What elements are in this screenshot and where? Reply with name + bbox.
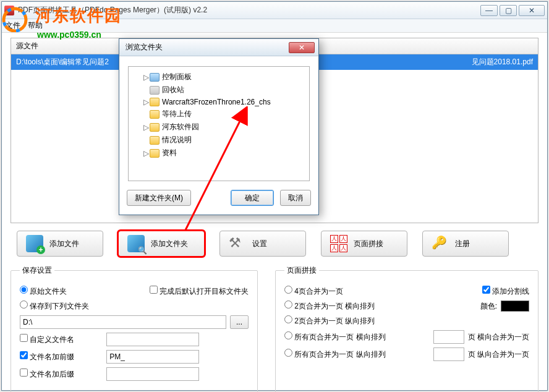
folder-icon: [150, 149, 160, 158]
folder-icon: [150, 123, 160, 132]
radio-allh[interactable]: 所有页合并为一页 横向排列: [284, 331, 386, 343]
merge-settings-group: 页面拼接 4页合并为一页 添加分割线 2页合并为一页 横向排列 颜色: 2页合并…: [275, 265, 538, 392]
app-icon: [4, 6, 14, 15]
expand-icon[interactable]: ▷: [142, 149, 150, 158]
window-title: PDF页面拼接工具（PDFdo Pages Merger）(试用版) v2.2: [18, 5, 479, 15]
pages-h-input[interactable]: [433, 330, 464, 344]
radio-original-folder[interactable]: 原始文件夹: [20, 286, 67, 297]
custom-name-input[interactable]: [106, 333, 199, 346]
browse-folder-dialog: 浏览文件夹 ✕ ▷控制面板回收站▷Warcraft3FrozenThrone1.…: [119, 38, 319, 215]
radio-below-folder[interactable]: 保存到下列文件夹: [20, 300, 89, 312]
expand-icon[interactable]: ▷: [142, 98, 150, 106]
settings-label: 设置: [252, 239, 267, 249]
tree-item[interactable]: ▷河东软件园: [131, 121, 307, 134]
settings-icon: [229, 235, 246, 252]
toolbar: 添加文件 添加文件夹 设置 人人人人 页面拼接 注册: [11, 231, 538, 257]
merge-icon: 人人人人: [330, 235, 347, 252]
tree-item[interactable]: 情况说明: [131, 134, 307, 147]
dialog-title: 浏览文件夹: [126, 42, 289, 53]
check-suffix[interactable]: 文件名加后缀: [20, 369, 74, 380]
tree-item[interactable]: ▷Warcraft3FrozenThrone1.26_chs: [131, 96, 307, 108]
tree-item[interactable]: 等待上传: [131, 108, 307, 121]
titlebar: PDF页面拼接工具（PDFdo Pages Merger）(试用版) v2.2 …: [2, 2, 547, 19]
save-legend: 保存设置: [20, 265, 54, 276]
register-icon: [432, 235, 449, 252]
add-file-button[interactable]: 添加文件: [17, 231, 103, 257]
expand-icon[interactable]: ▷: [142, 123, 150, 132]
radio-2h[interactable]: 2页合并为一页 横向排列: [284, 300, 375, 312]
menu-help[interactable]: 帮助: [28, 20, 43, 31]
color-label: 颜色:: [480, 301, 497, 312]
add-folder-icon: [127, 235, 145, 252]
dialog-close-button[interactable]: ✕: [289, 42, 315, 53]
tree-item[interactable]: 回收站: [131, 83, 307, 96]
new-folder-button[interactable]: 新建文件夹(M): [127, 190, 191, 206]
register-button[interactable]: 注册: [422, 231, 509, 257]
save-settings-group: 保存设置 原始文件夹 完成后默认打开目标文件夹 保存到下列文件夹 ... 自定义…: [11, 265, 258, 392]
prefix-input[interactable]: [106, 350, 199, 364]
tree-item-label: 情况说明: [162, 135, 192, 145]
tree-item[interactable]: ▷资料: [131, 147, 307, 160]
check-divider[interactable]: 添加分割线: [482, 286, 529, 297]
folder-tree[interactable]: ▷控制面板回收站▷Warcraft3FrozenThrone1.26_chs等待…: [128, 66, 310, 181]
filelist-row-right: 见问题2018.01.pdf: [472, 57, 533, 67]
dialog-cancel-button[interactable]: 取消: [280, 190, 311, 206]
minimize-button[interactable]: —: [480, 5, 498, 16]
radio-allv[interactable]: 所有页合并为一页 纵向排列: [284, 349, 386, 360]
pages-v-label: 页 纵向合并为一页: [468, 349, 529, 360]
dialog-ok-button[interactable]: 确定: [231, 190, 274, 206]
browse-path-button[interactable]: ...: [230, 315, 249, 329]
settings-button[interactable]: 设置: [219, 231, 306, 257]
check-custom-name[interactable]: 自定义文件名: [20, 334, 74, 345]
register-label: 注册: [455, 239, 470, 249]
tree-item[interactable]: ▷控制面板: [131, 70, 307, 83]
tree-item-label: 资料: [162, 148, 177, 158]
tree-item-label: 控制面板: [162, 72, 192, 82]
menu-file[interactable]: 文件: [6, 20, 20, 31]
expand-icon[interactable]: ▷: [142, 73, 150, 82]
merge-button[interactable]: 人人人人 页面拼接: [321, 231, 407, 257]
add-folder-button[interactable]: 添加文件夹: [118, 231, 205, 257]
folder-icon: [150, 136, 160, 145]
check-prefix[interactable]: 文件名加前缀: [20, 351, 74, 362]
close-button[interactable]: ✕: [519, 5, 545, 16]
pages-h-label: 页 横向合并为一页: [468, 332, 529, 343]
check-open-after[interactable]: 完成后默认打开目标文件夹: [150, 286, 249, 297]
maximize-button[interactable]: ▢: [500, 5, 517, 16]
folder-icon: [150, 98, 160, 106]
tree-item-label: Warcraft3FrozenThrone1.26_chs: [162, 98, 271, 106]
dialog-titlebar: 浏览文件夹 ✕: [119, 39, 318, 56]
cp-icon: [150, 73, 160, 82]
menubar: 文件 帮助: [2, 19, 547, 33]
radio-2v[interactable]: 2页合并为一页 纵向排列: [284, 315, 375, 326]
merge-legend: 页面拼接: [284, 265, 319, 276]
folder-icon: [150, 110, 160, 119]
merge-label: 页面拼接: [354, 239, 383, 249]
bin-icon: [150, 86, 160, 95]
add-file-icon: [26, 235, 43, 252]
tree-item-label: 河东软件园: [162, 122, 199, 132]
save-path-input[interactable]: [20, 315, 226, 329]
add-folder-label: 添加文件夹: [151, 239, 188, 249]
color-picker[interactable]: [501, 300, 529, 312]
add-file-label: 添加文件: [49, 239, 79, 249]
radio-4in1[interactable]: 4页合并为一页: [284, 286, 343, 297]
pages-v-input[interactable]: [433, 347, 464, 361]
suffix-input[interactable]: [106, 367, 199, 381]
tree-item-label: 等待上传: [162, 109, 192, 119]
tree-item-label: 回收站: [162, 85, 184, 95]
filelist-row-left: D:\tools\桌面\编辑常见问题2: [16, 57, 109, 67]
